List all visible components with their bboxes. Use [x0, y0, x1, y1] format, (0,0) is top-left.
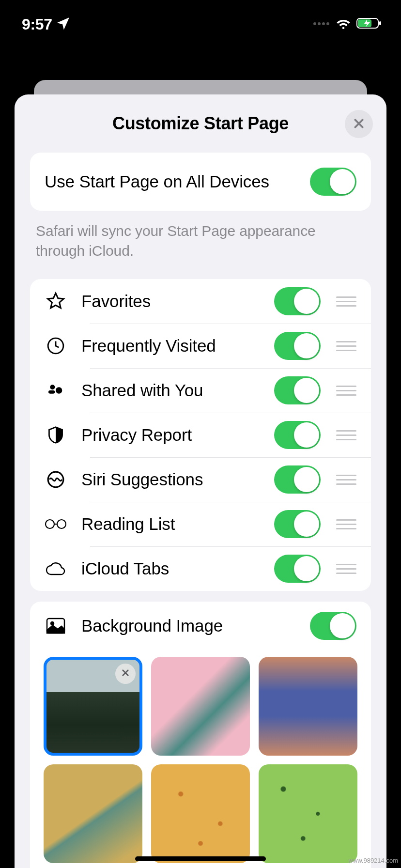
- sections-group: Favorites Frequently Visited Shared with…: [30, 279, 371, 591]
- background-tile-dots-orange[interactable]: [151, 764, 250, 863]
- use-start-page-all-devices-row: Use Start Page on All Devices: [30, 153, 371, 211]
- svg-point-13: [57, 520, 66, 528]
- sync-toggle[interactable]: [310, 168, 356, 196]
- background-tile-custom-photo[interactable]: [44, 657, 142, 756]
- reading-list-toggle[interactable]: [274, 510, 321, 538]
- drag-handle[interactable]: [336, 564, 356, 574]
- location-icon: [57, 17, 70, 31]
- row-favorites: Favorites: [30, 279, 371, 324]
- glasses-icon: [45, 518, 67, 530]
- background-tile-butterfly[interactable]: [151, 657, 250, 756]
- close-icon: [121, 668, 130, 679]
- cloud-icon: [45, 561, 67, 576]
- status-bar: 9:57: [0, 0, 401, 48]
- siri-icon: [45, 470, 67, 489]
- close-button[interactable]: [345, 110, 373, 138]
- privacy-report-toggle[interactable]: [274, 421, 321, 449]
- row-privacy-report: Privacy Report: [30, 413, 371, 457]
- sheet-header: Customize Start Page: [15, 94, 386, 153]
- watermark: www.989214.com: [348, 857, 398, 864]
- drag-handle[interactable]: [336, 430, 356, 440]
- clock-icon: [45, 337, 67, 355]
- status-bar-right: [313, 17, 383, 31]
- svg-rect-10: [48, 390, 55, 394]
- drag-handle[interactable]: [336, 475, 356, 485]
- people-icon: [45, 381, 67, 400]
- row-background-image: Background Image: [30, 602, 371, 650]
- siri-suggestions-toggle[interactable]: [274, 465, 321, 494]
- star-icon: [45, 292, 67, 311]
- image-icon: [45, 618, 67, 634]
- background-tile-dots-green[interactable]: [259, 764, 357, 863]
- frequently-visited-toggle[interactable]: [274, 332, 321, 360]
- drag-handle[interactable]: [336, 341, 356, 351]
- background-grid: [30, 650, 371, 868]
- svg-point-2: [322, 22, 325, 25]
- row-reading-list: Reading List: [30, 502, 371, 546]
- row-siri-suggestions: Siri Suggestions: [30, 457, 371, 502]
- drag-handle[interactable]: [336, 296, 356, 307]
- sync-group: Use Start Page on All Devices: [30, 153, 371, 211]
- status-time: 9:57: [22, 16, 52, 33]
- customize-start-page-sheet: Customize Start Page Use Start Page on A…: [15, 94, 386, 868]
- remove-background-button[interactable]: [115, 664, 136, 684]
- favorites-label: Favorites: [81, 292, 274, 311]
- siri-suggestions-label: Siri Suggestions: [81, 470, 274, 489]
- drag-handle[interactable]: [336, 519, 356, 529]
- svg-point-8: [50, 385, 55, 389]
- frequently-visited-label: Frequently Visited: [81, 336, 274, 356]
- icloud-tabs-toggle[interactable]: [274, 555, 321, 583]
- reading-list-label: Reading List: [81, 514, 274, 534]
- background-tile-bear[interactable]: [259, 657, 357, 756]
- svg-point-1: [318, 22, 321, 25]
- svg-point-9: [56, 387, 62, 393]
- drag-handle[interactable]: [336, 386, 356, 396]
- row-shared-with-you: Shared with You: [30, 368, 371, 413]
- svg-point-0: [313, 22, 316, 25]
- svg-point-12: [46, 520, 54, 528]
- svg-rect-6: [379, 21, 381, 25]
- row-frequently-visited: Frequently Visited: [30, 324, 371, 368]
- sync-footer-text: Safari will sync your Start Page appeara…: [36, 221, 365, 261]
- cellular-dots-icon: [313, 20, 330, 29]
- svg-point-3: [326, 22, 329, 25]
- shared-with-you-toggle[interactable]: [274, 376, 321, 404]
- favorites-toggle[interactable]: [274, 287, 321, 315]
- home-indicator[interactable]: [135, 856, 266, 861]
- status-bar-left: 9:57: [22, 16, 70, 33]
- svg-point-15: [51, 622, 54, 625]
- background-image-label: Background Image: [81, 616, 310, 636]
- battery-icon: [356, 17, 383, 31]
- page-title: Customize Start Page: [112, 113, 289, 134]
- shield-icon: [45, 426, 67, 444]
- sync-label: Use Start Page on All Devices: [45, 172, 310, 191]
- row-icloud-tabs: iCloud Tabs: [30, 546, 371, 591]
- wifi-icon: [335, 17, 352, 31]
- background-tile-toucan[interactable]: [44, 764, 142, 863]
- icloud-tabs-label: iCloud Tabs: [81, 559, 274, 578]
- privacy-report-label: Privacy Report: [81, 425, 274, 445]
- close-icon: [353, 117, 365, 131]
- background-image-toggle[interactable]: [310, 612, 356, 640]
- shared-with-you-label: Shared with You: [81, 381, 274, 400]
- background-image-group: Background Image: [30, 602, 371, 868]
